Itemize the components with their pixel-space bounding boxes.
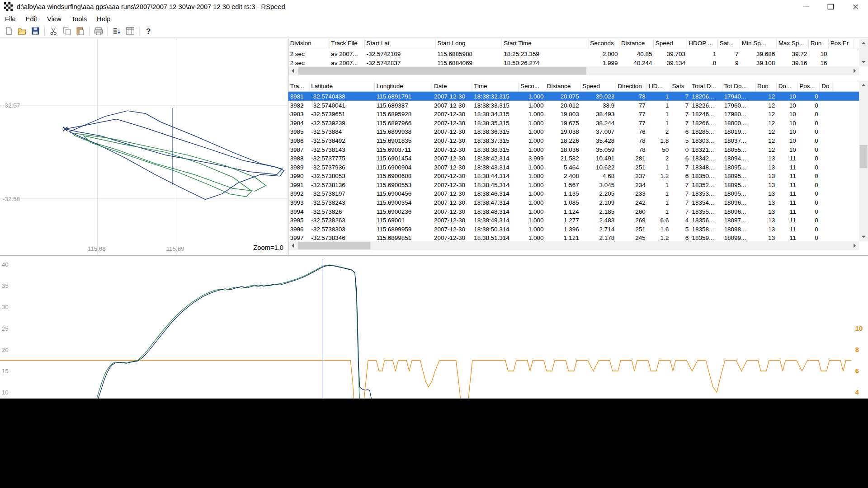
- column-header-direction[interactable]: Direction: [616, 81, 647, 91]
- scroll-trough[interactable]: [297, 241, 850, 250]
- column-header-run[interactable]: Run: [755, 81, 777, 91]
- speed-time-chart[interactable]: 40353025201510510864218:3818:3918:40: [0, 256, 868, 399]
- scroll-thumb[interactable]: [298, 242, 370, 249]
- scroll-down-arrow[interactable]: [859, 232, 868, 241]
- scroll-up-arrow[interactable]: [859, 81, 868, 90]
- column-header-pos-er[interactable]: Pos Er: [829, 39, 854, 49]
- toolbar-print-button[interactable]: [92, 25, 105, 37]
- column-header-latitude[interactable]: Latitude: [309, 81, 374, 91]
- column-header-speed[interactable]: Speed: [654, 39, 687, 49]
- column-header-longitude[interactable]: Longitude: [375, 81, 432, 91]
- column-header-sat[interactable]: Sat...: [718, 39, 740, 49]
- column-header-start-time[interactable]: Start Time: [502, 39, 589, 49]
- table-row[interactable]: 3990-32.5738053115.69006882007-12-3018:3…: [288, 172, 859, 181]
- toolbar-help-button[interactable]: ?: [142, 25, 155, 37]
- scroll-trough[interactable]: [297, 66, 850, 75]
- scroll-right-arrow[interactable]: [850, 241, 859, 250]
- table-row[interactable]: 3985-32.573884115.68999382007-12-3018:38…: [288, 127, 859, 136]
- table-cell: [820, 163, 833, 172]
- column-header-do[interactable]: Do...: [777, 81, 798, 91]
- table-row[interactable]: 3981-32.5740438115.68917912007-12-3018:3…: [288, 92, 859, 101]
- toolbar-columns-button[interactable]: [123, 25, 137, 37]
- scroll-down-arrow[interactable]: [859, 57, 868, 66]
- toolbar-sort-button[interactable]: [110, 25, 123, 37]
- scroll-right-arrow[interactable]: [850, 66, 859, 75]
- table-row[interactable]: 3995-32.5738263115.690012007-12-3018:38:…: [288, 216, 859, 225]
- table-cell: 1.121: [545, 234, 580, 242]
- table-row[interactable]: 3983-32.5739651115.68959282007-12-3018:3…: [288, 109, 859, 118]
- column-header-seconds[interactable]: Seconds: [589, 39, 620, 49]
- column-header-run[interactable]: Run: [809, 39, 829, 49]
- column-header-start-lat[interactable]: Start Lat: [365, 39, 436, 49]
- scroll-trough[interactable]: [859, 89, 868, 232]
- points-table-vscrollbar[interactable]: [859, 81, 868, 241]
- table-row[interactable]: 3987-32.5738143115.69037112007-12-3018:3…: [288, 145, 859, 154]
- toolbar-new-button[interactable]: [2, 25, 15, 37]
- maximize-button[interactable]: [818, 0, 843, 13]
- column-header-do[interactable]: Do: [820, 81, 833, 91]
- toolbar-cut-button[interactable]: [47, 25, 60, 37]
- column-header-tot-do[interactable]: Tot Do...: [722, 81, 755, 91]
- table-cell: -32.5738346: [309, 234, 374, 242]
- table-cell: 1: [647, 101, 670, 110]
- menu-item-help[interactable]: Help: [92, 14, 115, 24]
- toolbar-copy-button[interactable]: [60, 25, 73, 37]
- points-table-hscrollbar[interactable]: [288, 241, 859, 250]
- menu-item-tools[interactable]: Tools: [66, 14, 92, 24]
- column-header-seco[interactable]: Seco...: [519, 81, 545, 91]
- table-row[interactable]: 3986-32.5738492115.69018352007-12-3018:3…: [288, 136, 859, 145]
- scroll-left-arrow[interactable]: [288, 241, 297, 250]
- table-cell: 18342...: [690, 154, 722, 163]
- column-header-distance[interactable]: Distance: [545, 81, 580, 91]
- scroll-thumb[interactable]: [298, 67, 586, 75]
- menu-item-file[interactable]: File: [0, 14, 21, 24]
- runs-table-vscrollbar[interactable]: [859, 39, 868, 66]
- gps-track-map[interactable]: -32.57-32.58115.68115.69: [0, 39, 288, 255]
- toolbar-paste-button[interactable]: [74, 25, 87, 37]
- table-row[interactable]: 3982-32.5740041115.6893872007-12-3018:38…: [288, 101, 859, 110]
- table-cell: 18:38:49.314: [472, 216, 519, 225]
- table-cell: [820, 189, 833, 198]
- minimize-button[interactable]: [793, 0, 818, 13]
- table-row[interactable]: 3988-32.5737775115.69014542007-12-3018:3…: [288, 154, 859, 163]
- column-header-speed[interactable]: Speed: [580, 81, 616, 91]
- speed-chart-panel[interactable]: 40353025201510510864218:3818:3918:40 Zoo…: [0, 255, 868, 399]
- column-header-tra[interactable]: Tra...: [288, 81, 310, 91]
- table-row[interactable]: 3984-32.5739239115.68979662007-12-3018:3…: [288, 118, 859, 127]
- column-header-division[interactable]: Division: [288, 39, 330, 49]
- toolbar-open-button[interactable]: [15, 25, 28, 37]
- column-header-start-long[interactable]: Start Long: [436, 39, 502, 49]
- column-header-max-sp[interactable]: Max Sp...: [777, 39, 809, 49]
- column-header-min-sp[interactable]: Min Sp...: [740, 39, 777, 49]
- column-header-hd[interactable]: HD...: [647, 81, 670, 91]
- column-header-date[interactable]: Date: [432, 81, 472, 91]
- column-header-pos[interactable]: Pos...: [797, 81, 820, 91]
- column-header-sats[interactable]: Sats: [670, 81, 690, 91]
- table-cell: 39.686: [740, 49, 777, 59]
- column-header-distance[interactable]: Distance: [619, 39, 654, 49]
- table-row[interactable]: 2 secav 2007...-32.5742837115.688406918:…: [288, 59, 859, 66]
- close-button[interactable]: [843, 0, 868, 13]
- scroll-up-arrow[interactable]: [859, 39, 868, 48]
- column-header-track-file[interactable]: Track File: [330, 39, 365, 49]
- column-header-hdop[interactable]: HDOP ...: [687, 39, 718, 49]
- toolbar-save-button[interactable]: [29, 25, 42, 37]
- table-row[interactable]: 3991-32.5738136115.69005532007-12-3018:3…: [288, 180, 859, 189]
- track-map-panel[interactable]: -32.57-32.58115.68115.69 Zoom=1.0: [0, 39, 288, 255]
- table-row[interactable]: 3994-32.573826115.69002362007-12-3018:38…: [288, 207, 859, 216]
- runs-table-hscrollbar[interactable]: [288, 66, 859, 75]
- table-row[interactable]: 3989-32.5737936115.69009042007-12-3018:3…: [288, 163, 859, 172]
- table-cell: 12: [755, 145, 777, 154]
- menu-item-edit[interactable]: Edit: [21, 14, 42, 24]
- table-row[interactable]: 3992-32.5738197115.69004562007-12-3018:3…: [288, 189, 859, 198]
- table-row[interactable]: 3993-32.5738243115.69003542007-12-3018:3…: [288, 198, 859, 207]
- scroll-thumb[interactable]: [860, 145, 868, 168]
- column-header-total-d[interactable]: Total D...: [690, 81, 722, 91]
- menu-item-view[interactable]: View: [42, 14, 66, 24]
- column-header-time[interactable]: Time: [472, 81, 519, 91]
- scroll-left-arrow[interactable]: [288, 66, 297, 75]
- table-row[interactable]: 2 secav 2007...-32.5742109115.688598818:…: [288, 49, 859, 59]
- table-row[interactable]: 3997-32.5738346115.68998512007-12-3018:3…: [288, 234, 859, 242]
- table-cell: 2007-12-30: [432, 92, 472, 101]
- table-row[interactable]: 3996-32.5738303115.68999592007-12-3018:3…: [288, 225, 859, 234]
